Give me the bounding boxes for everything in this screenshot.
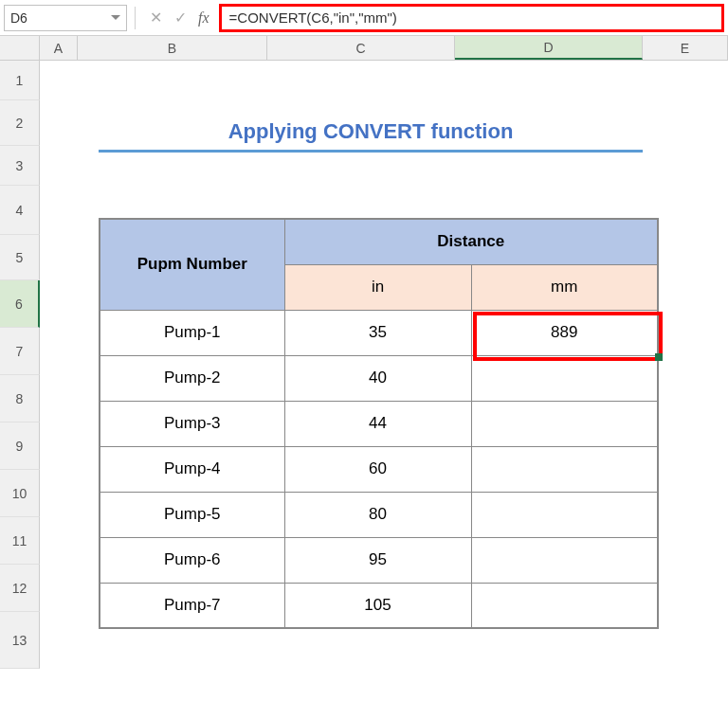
row-header-9[interactable]: 9 [0, 422, 40, 470]
chevron-down-icon[interactable] [111, 15, 120, 20]
cell-mm-value[interactable] [471, 583, 658, 628]
formula-input[interactable]: =CONVERT(C6,"in","mm") [219, 4, 724, 32]
separator [135, 7, 136, 29]
header-mm[interactable]: mm [471, 264, 658, 310]
table-row: Pump-5 80 [100, 492, 658, 537]
cell-mm-value[interactable] [471, 401, 658, 446]
row-header-6[interactable]: 6 [0, 280, 40, 328]
row-headers: 1 2 3 4 5 6 7 8 9 10 11 12 13 [0, 61, 40, 669]
worksheet-title-row: Applying CONVERT function [99, 119, 643, 153]
formula-text: =CONVERT(C6,"in","mm") [229, 9, 397, 26]
confirm-formula-icon[interactable]: ✓ [168, 6, 192, 30]
cell-in-value[interactable]: 35 [284, 310, 471, 355]
cell-pump-name[interactable]: Pump-2 [100, 355, 284, 401]
cell-in-value[interactable]: 80 [284, 492, 471, 537]
row-header-1[interactable]: 1 [0, 61, 40, 100]
column-headers: A B C D E [0, 36, 728, 61]
cell-pump-name[interactable]: Pump-6 [100, 537, 284, 583]
fx-icon[interactable]: fx [198, 9, 209, 27]
header-in[interactable]: in [284, 264, 471, 310]
cell-in-value[interactable]: 95 [284, 537, 471, 583]
cell-pump-name[interactable]: Pump-1 [100, 310, 284, 355]
row-header-13[interactable]: 13 [0, 612, 40, 669]
column-header-D[interactable]: D [455, 36, 643, 60]
row-header-5[interactable]: 5 [0, 235, 40, 280]
column-header-A[interactable]: A [40, 36, 78, 60]
worksheet-title: Applying CONVERT function [99, 119, 643, 144]
row-header-10[interactable]: 10 [0, 470, 40, 517]
header-distance[interactable]: Distance [284, 219, 658, 264]
table-row: Pump-6 95 [100, 537, 658, 583]
name-box-value: D6 [10, 10, 27, 26]
cell-in-value[interactable]: 44 [284, 401, 471, 446]
row-header-8[interactable]: 8 [0, 375, 40, 422]
cell-pump-name[interactable]: Pump-4 [100, 446, 284, 492]
cell-pump-name[interactable]: Pump-3 [100, 401, 284, 446]
cell-mm-value[interactable] [471, 537, 658, 583]
cell-mm-value[interactable] [471, 446, 658, 492]
row-header-11[interactable]: 11 [0, 517, 40, 565]
cell-in-value[interactable]: 105 [284, 583, 471, 628]
grid-body: 1 2 3 4 5 6 7 8 9 10 11 12 13 Applying C… [0, 61, 728, 669]
table-row: Pump-4 60 [100, 446, 658, 492]
header-pump-number[interactable]: Pupm Number [100, 219, 284, 310]
name-box[interactable]: D6 [4, 5, 127, 31]
cell-mm-value[interactable] [471, 355, 658, 401]
column-header-B[interactable]: B [78, 36, 267, 60]
table-row: Pump-1 35 889 [100, 310, 658, 355]
row-header-4[interactable]: 4 [0, 186, 40, 235]
cells-area[interactable]: Applying CONVERT function Pupm Number Di… [40, 61, 728, 669]
cell-pump-name[interactable]: Pump-7 [100, 583, 284, 628]
cell-pump-name[interactable]: Pump-5 [100, 492, 284, 537]
formula-bar: D6 ✕ ✓ fx =CONVERT(C6,"in","mm") [0, 0, 728, 36]
column-header-E[interactable]: E [643, 36, 728, 60]
table-row: Pump-3 44 [100, 401, 658, 446]
data-table: Pupm Number Distance in mm Pump-1 35 889… [99, 218, 659, 629]
row-header-2[interactable]: 2 [0, 100, 40, 146]
spreadsheet-grid: A B C D E 1 2 3 4 5 6 7 8 9 10 11 12 13 … [0, 36, 728, 669]
cell-in-value[interactable]: 60 [284, 446, 471, 492]
table-row: Pump-7 105 [100, 583, 658, 628]
cell-mm-value[interactable]: 889 [471, 310, 658, 355]
row-header-3[interactable]: 3 [0, 146, 40, 186]
row-header-7[interactable]: 7 [0, 328, 40, 375]
row-header-12[interactable]: 12 [0, 565, 40, 612]
table-header-row-1: Pupm Number Distance [100, 219, 658, 264]
cell-mm-value[interactable] [471, 492, 658, 537]
cell-in-value[interactable]: 40 [284, 355, 471, 401]
select-all-corner[interactable] [0, 36, 40, 60]
table-row: Pump-2 40 [100, 355, 658, 401]
cancel-formula-icon[interactable]: ✕ [143, 6, 168, 30]
column-header-C[interactable]: C [267, 36, 455, 60]
title-underline [99, 150, 643, 153]
